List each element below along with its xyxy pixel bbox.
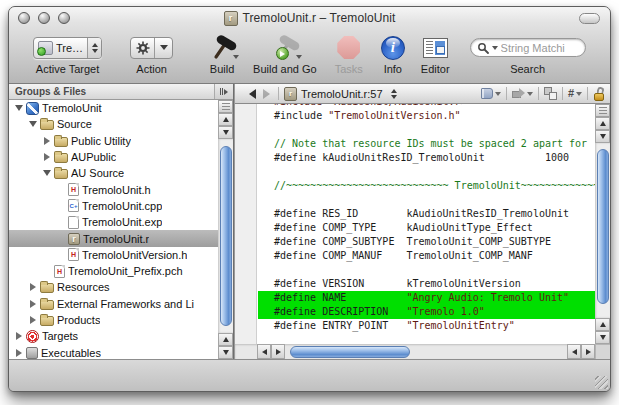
disclosure-triangle[interactable] [27, 315, 38, 325]
goto-menu-button[interactable] [512, 88, 533, 99]
build-and-go-label: Build and Go [253, 63, 317, 75]
editor-scroll-thumb[interactable] [597, 149, 609, 304]
forward-button[interactable] [259, 87, 273, 101]
sidebar-row-label: AUPublic [71, 151, 116, 163]
back-button[interactable] [245, 87, 259, 101]
file-selector[interactable]: TremoloUnit.r:57 [301, 88, 383, 100]
counterpart-button[interactable] [544, 87, 557, 100]
sidebar-row-label: Public Utility [71, 135, 131, 147]
exp-file-icon [68, 216, 79, 229]
sidebar-collapse-control[interactable] [214, 84, 233, 99]
build-dropdown-arrow[interactable] [233, 55, 239, 59]
build-and-go-dropdown-arrow[interactable] [296, 55, 302, 59]
window-chrome: TremoloUnit.r – TremoloUnit Tre… Active … [9, 7, 610, 84]
hscroll-right-arrow[interactable] [271, 344, 285, 359]
code-segment: #define DESCRIPTION [274, 306, 406, 317]
active-target-popup[interactable]: Tre… [33, 37, 102, 59]
hscroll-left-arrow-right[interactable] [567, 344, 581, 359]
code-segment: "Tremolo 1.0" [406, 306, 484, 317]
code-segment: #define kAudioUnitResID_TremoloUnit 1000 [274, 152, 569, 163]
editor-scroll-down-arrow-bottom[interactable] [595, 331, 610, 344]
build-label: Build [210, 63, 234, 75]
disclosure-triangle[interactable] [41, 168, 52, 178]
sidebar-row-au-source[interactable]: AU Source [9, 165, 218, 181]
sidebar-row-external-frameworks-and-li[interactable]: External Frameworks and Li [9, 296, 218, 312]
lock-icon[interactable] [593, 87, 606, 101]
code-segment: #define ENTRY_POINT [274, 320, 406, 331]
sidebar-row-tremolounitversion-h[interactable]: TremoloUnitVersion.h [9, 247, 218, 263]
action-dropdown-arrow[interactable] [154, 38, 172, 58]
document-icon [224, 11, 238, 26]
target-stepper[interactable] [87, 38, 101, 58]
line-number-menu-button[interactable]: # [568, 88, 582, 99]
resize-grip[interactable] [595, 376, 608, 389]
code-gutter[interactable] [235, 104, 257, 344]
code-editor[interactable]: #include <AudioUnit/AudioUnit.r>#include… [258, 104, 595, 344]
sidebar-tree[interactable]: TremoloUnitSourcePublic UtilityAUPublicA… [9, 100, 218, 359]
search-input[interactable]: String Matchi [470, 38, 586, 57]
sidebar-split-control[interactable] [218, 100, 233, 113]
close-button[interactable] [18, 12, 30, 24]
title-bar[interactable]: TremoloUnit.r – TremoloUnit [9, 7, 610, 29]
code-segment: #define RES_ID kAudioUnitResID_TremoloUn… [274, 208, 569, 219]
active-target-label: Active Target [36, 63, 99, 75]
toolbar-toggle-button[interactable] [579, 13, 600, 24]
disclosure-triangle[interactable] [27, 119, 38, 129]
code-segment: #include [274, 110, 328, 121]
sidebar-scroll-down-arrow-bottom[interactable] [218, 346, 233, 359]
disclosure-triangle[interactable] [27, 282, 38, 292]
editor-scroll-up-arrow-bottom[interactable] [595, 318, 610, 331]
info-button[interactable]: i [381, 36, 405, 60]
bookmarks-menu-button[interactable] [481, 88, 501, 99]
sidebar-scroll-up-arrow[interactable] [218, 113, 233, 126]
build-and-go-button[interactable] [270, 34, 300, 61]
hscroll-right-arrow-right[interactable] [581, 344, 595, 359]
hscroll-left-arrow[interactable] [257, 344, 271, 359]
sidebar-row-tremolounit-exp[interactable]: TremoloUnit.exp [9, 214, 218, 230]
sidebar-row-resources[interactable]: Resources [9, 279, 218, 295]
sidebar-scroll-up-arrow-bottom[interactable] [218, 333, 233, 346]
sidebar-row-executables[interactable]: Executables [9, 344, 218, 359]
disclosure-triangle[interactable] [13, 103, 24, 113]
sidebar-row-label: Products [57, 314, 100, 326]
goto-arrow-icon [512, 88, 525, 99]
sidebar-row-targets[interactable]: Targets [9, 328, 218, 344]
search-scope-arrow[interactable] [492, 46, 498, 50]
sidebar-scroll-thumb[interactable] [220, 146, 232, 326]
desktop: TremoloUnit.r – TremoloUnit Tre… Active … [0, 0, 619, 405]
disclosure-triangle[interactable] [13, 348, 24, 358]
target-icon [38, 41, 53, 55]
sidebar-row-public-utility[interactable]: Public Utility [9, 133, 218, 149]
editor-button[interactable] [423, 38, 448, 58]
sidebar-row-tremolounit[interactable]: TremoloUnit [9, 100, 218, 116]
sidebar-scroll-down-arrow[interactable] [218, 126, 233, 139]
sidebar-row-tremolounit-prefix-pch[interactable]: TremoloUnit_Prefix.pch [9, 263, 218, 279]
sidebar-row-tremolounit-cpp[interactable]: TremoloUnit.cpp [9, 198, 218, 214]
hscroll-thumb[interactable] [290, 346, 410, 358]
minimize-button[interactable] [38, 12, 50, 24]
scrollbar-corner [595, 344, 610, 359]
editor-split-control[interactable] [595, 104, 610, 117]
tasks-item: Tasks [335, 34, 363, 75]
sidebar-row-tremolounit-r[interactable]: TremoloUnit.r [9, 230, 218, 246]
action-label: Action [136, 63, 167, 75]
zoom-button[interactable] [58, 12, 70, 24]
disclosure-triangle[interactable] [27, 299, 38, 309]
editor-scroll-down-arrow[interactable] [595, 130, 610, 143]
disclosure-triangle[interactable] [13, 331, 24, 341]
code-line: // Note that resource IDs must be spaced… [274, 137, 595, 151]
editor-scroll-up-arrow[interactable] [595, 117, 610, 130]
editor-vertical-scrollbar[interactable] [595, 104, 610, 344]
file-history-stepper[interactable] [391, 89, 397, 99]
sidebar-row-aupublic[interactable]: AUPublic [9, 149, 218, 165]
sidebar-row-products[interactable]: Products [9, 312, 218, 328]
sidebar-scrollbar[interactable] [218, 100, 233, 359]
disclosure-triangle[interactable] [41, 152, 52, 162]
build-button[interactable] [207, 34, 237, 61]
disclosure-triangle[interactable] [41, 136, 52, 146]
editor-horizontal-scrollbar[interactable] [235, 344, 595, 359]
sidebar-row-tremolounit-h[interactable]: TremoloUnit.h [9, 181, 218, 197]
tasks-stop-icon [337, 36, 360, 59]
action-button[interactable] [130, 37, 173, 59]
sidebar-row-source[interactable]: Source [9, 116, 218, 132]
